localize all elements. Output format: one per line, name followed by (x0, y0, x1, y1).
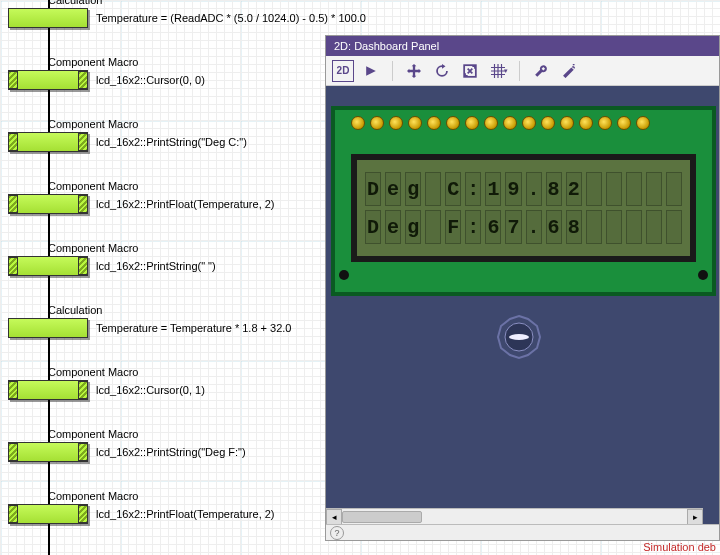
header-pin (617, 116, 631, 130)
block-description: lcd_16x2::Cursor(0, 0) (96, 74, 205, 86)
dashboard-panel: 2D: Dashboard Panel 2D ▾ (325, 35, 720, 541)
block-type-label: Component Macro (48, 490, 139, 502)
lcd-char-cell: e (385, 210, 401, 244)
block-description: lcd_16x2::PrintString(" ") (96, 260, 216, 272)
lcd-char-cell: 7 (505, 210, 521, 244)
block-body[interactable] (8, 256, 88, 276)
wand-icon[interactable] (558, 60, 580, 82)
block-description: lcd_16x2::Cursor(0, 1) (96, 384, 205, 396)
toolbar-separator (519, 61, 520, 81)
block-body[interactable] (8, 504, 88, 524)
pan-icon[interactable] (403, 60, 425, 82)
block-body[interactable] (8, 380, 88, 400)
mode-2d-button[interactable]: 2D (332, 60, 354, 82)
panel-title-bar[interactable]: 2D: Dashboard Panel (326, 36, 719, 56)
lcd-char-cell: . (526, 172, 542, 206)
scroll-thumb[interactable] (342, 511, 422, 523)
lcd-char-cell: F (445, 210, 461, 244)
lcd-char-cell (626, 210, 642, 244)
block-type-label: Component Macro (48, 428, 139, 440)
rotate-icon[interactable] (431, 60, 453, 82)
scroll-right-button[interactable]: ▸ (687, 509, 703, 524)
lcd-char-cell: : (465, 172, 481, 206)
screw-icon (339, 270, 349, 280)
lcd-char-cell (666, 210, 682, 244)
fit-icon[interactable] (459, 60, 481, 82)
lcd-char-cell (646, 210, 662, 244)
lcd-char-cell: 6 (546, 210, 562, 244)
block-body[interactable] (8, 8, 88, 28)
lcd-char-cell: 1 (485, 172, 501, 206)
block-body[interactable] (8, 442, 88, 462)
potentiometer-dial[interactable] (496, 314, 542, 360)
header-pin (427, 116, 441, 130)
lcd-char-cell: D (365, 210, 381, 244)
screw-icon (698, 270, 708, 280)
block-body[interactable] (8, 318, 88, 338)
lcd-char-cell (586, 210, 602, 244)
block-type-label: Component Macro (48, 242, 139, 254)
scroll-left-button[interactable]: ◂ (326, 509, 342, 524)
help-row: ? (326, 524, 719, 540)
horizontal-scrollbar[interactable]: ◂ ▸ (326, 508, 703, 524)
header-pin (370, 116, 384, 130)
header-pin (560, 116, 574, 130)
grid-icon[interactable]: ▾ (487, 60, 509, 82)
header-pin (484, 116, 498, 130)
panel-title: 2D: Dashboard Panel (334, 40, 439, 52)
lcd-char-cell: 8 (546, 172, 562, 206)
lcd-char-cell (646, 172, 662, 206)
lcd-char-cell (425, 172, 441, 206)
header-pin (351, 116, 365, 130)
block-description: lcd_16x2::PrintFloat(Temperature, 2) (96, 508, 275, 520)
panel-toolbar: 2D ▾ (326, 56, 719, 86)
block-description: lcd_16x2::PrintFloat(Temperature, 2) (96, 198, 275, 210)
block-body[interactable] (8, 194, 88, 214)
lcd-char-cell: 9 (505, 172, 521, 206)
help-icon[interactable]: ? (330, 526, 344, 540)
block-type-label: Component Macro (48, 118, 139, 130)
header-pin (598, 116, 612, 130)
lcd-char-cell: : (465, 210, 481, 244)
header-pin (446, 116, 460, 130)
lcd-char-cell: g (405, 210, 421, 244)
block-description: Temperature = (ReadADC * (5.0 / 1024.0) … (96, 12, 366, 24)
block-type-label: Calculation (48, 304, 102, 316)
lcd-char-cell (626, 172, 642, 206)
lcd-char-cell (586, 172, 602, 206)
header-pin (579, 116, 593, 130)
lcd-row-2: Deg F:67.68 (365, 210, 682, 244)
lcd-char-cell (425, 210, 441, 244)
lcd-row-1: Deg C:19.82 (365, 172, 682, 206)
block-description: Temperature = Temperature * 1.8 + 32.0 (96, 322, 291, 334)
header-pin (522, 116, 536, 130)
pin-header-row (351, 116, 650, 130)
block-description: lcd_16x2::PrintString("Deg C:") (96, 136, 247, 148)
block-body[interactable] (8, 70, 88, 90)
block-body[interactable] (8, 132, 88, 152)
header-pin (636, 116, 650, 130)
header-pin (389, 116, 403, 130)
header-pin (503, 116, 517, 130)
lcd-pcb: Deg C:19.82 Deg F:67.68 (331, 106, 716, 296)
wrench-icon[interactable] (530, 60, 552, 82)
header-pin (541, 116, 555, 130)
lcd-char-cell: 6 (485, 210, 501, 244)
status-bar-text: Simulation deb (643, 541, 716, 553)
lcd-char-cell (606, 172, 622, 206)
lcd-char-cell: 2 (566, 172, 582, 206)
lcd-char-cell (606, 210, 622, 244)
block-description: lcd_16x2::PrintString("Deg F:") (96, 446, 246, 458)
svg-point-4 (509, 334, 529, 340)
lcd-char-cell: 8 (566, 210, 582, 244)
dashboard-canvas[interactable]: Deg C:19.82 Deg F:67.68 ◂ ▸ (326, 86, 719, 524)
lcd-char-cell: e (385, 172, 401, 206)
lcd-char-cell: D (365, 172, 381, 206)
svg-marker-0 (366, 66, 376, 76)
lcd-char-cell: C (445, 172, 461, 206)
lcd-char-cell: . (526, 210, 542, 244)
lcd-screen: Deg C:19.82 Deg F:67.68 (351, 154, 696, 262)
lcd-char-cell: g (405, 172, 421, 206)
play-icon[interactable] (360, 60, 382, 82)
header-pin (408, 116, 422, 130)
